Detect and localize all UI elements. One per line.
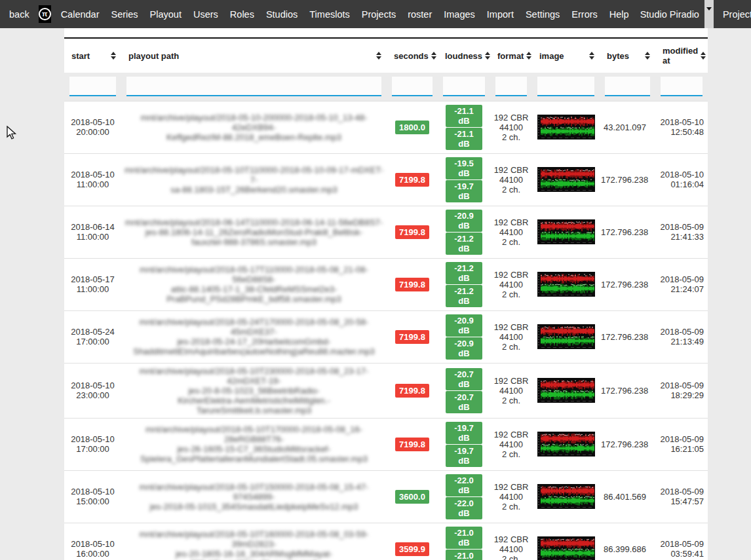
filter-input-seconds[interactable]	[392, 77, 433, 96]
loudness-badge: -22.0 dB	[446, 497, 482, 519]
waveform-image[interactable]	[537, 324, 595, 349]
nav-item-studios[interactable]: Studios	[260, 9, 303, 20]
filter-cell-modified-at	[655, 73, 708, 101]
waveform-svg	[537, 536, 595, 560]
chevron-down-icon[interactable]	[704, 0, 714, 28]
format-line: 44100	[491, 386, 531, 396]
column-label: modified at	[663, 46, 698, 65]
playout-path-line: mnt/archive/playout/2018-05-24T170000-20…	[123, 317, 385, 337]
cell-modified-at: 2018-05-0918:29:29	[655, 363, 708, 418]
loudness-badge: -20.9 dB	[446, 314, 482, 337]
loudness-badge: -21.2 dB	[446, 262, 482, 284]
cell-start: 2018-05-1020:00:00	[64, 101, 121, 153]
studio-select[interactable]: Studio Piradio	[635, 0, 714, 28]
sort-icon	[701, 52, 706, 60]
start-time: 11:00:00	[66, 179, 120, 189]
nav-item-calendar[interactable]: Calendar	[55, 9, 106, 20]
modified-date: 2018-05-10	[657, 117, 704, 127]
playout-path-redacted: mnt/archive/playout/2018-05-10T110000-20…	[123, 165, 385, 195]
format-line: 192 CBR	[491, 165, 531, 175]
modified-time: 21:13:49	[657, 337, 704, 346]
format-line: 44100	[491, 227, 531, 237]
waveform-image[interactable]	[537, 378, 595, 403]
playout-path-line: jes-88.1806-14-11_26ZeroRadioMonStud-Pra…	[123, 227, 385, 237]
waveform-image[interactable]	[537, 432, 595, 457]
format-line: 192 CBR	[491, 376, 531, 386]
cell-playout-path: mnt/archive/playout/2018-05-24T170000-20…	[121, 310, 387, 363]
nav-item-series[interactable]: Series	[105, 9, 144, 20]
waveform-image[interactable]	[537, 167, 595, 192]
format-line: 44100	[491, 280, 531, 289]
loudness-badge: -19.7 dB	[446, 180, 482, 202]
start-date: 2018-05-10	[66, 170, 120, 179]
format-line: 2 ch.	[491, 554, 531, 560]
playout-path-line: jes-20-1805-16-16_304ARMsgMMMayat-988utt…	[123, 549, 385, 560]
nav-item-back[interactable]: back	[9, 9, 35, 20]
waveform-image[interactable]	[537, 536, 595, 560]
modified-time: 03:59:41	[657, 549, 704, 559]
cell-seconds: 7199.8	[387, 363, 438, 418]
column-header-start[interactable]: start	[64, 38, 121, 73]
nav-item-images[interactable]: Images	[438, 9, 481, 20]
cell-seconds: 7199.8	[387, 153, 438, 206]
filter-input-image[interactable]	[537, 77, 594, 96]
nav-item-playout[interactable]: Playout	[144, 9, 187, 20]
column-header-image[interactable]: image	[532, 38, 600, 73]
format-line: 2 ch.	[491, 396, 531, 405]
column-header-format[interactable]: format	[490, 38, 532, 73]
bytes-value: 43.201.097	[601, 122, 646, 132]
filter-input-playout-path[interactable]	[126, 77, 381, 96]
nav-item-settings[interactable]: Settings	[520, 9, 566, 20]
loudness-badge: -19.5 dB	[446, 157, 482, 179]
filter-input-bytes[interactable]	[605, 77, 650, 96]
nav-item-users[interactable]: Users	[187, 9, 224, 20]
cell-seconds: 7199.8	[387, 310, 438, 363]
modified-time: 15:47:57	[657, 496, 704, 506]
column-header-bytes[interactable]: bytes	[600, 38, 655, 73]
pi-glyph: π	[39, 8, 51, 20]
sort-icon	[589, 52, 594, 60]
cell-format: 192 CBR441002 ch.	[490, 310, 532, 363]
column-header-seconds[interactable]: seconds	[387, 38, 438, 73]
piradio-logo-icon[interactable]: π	[39, 5, 51, 23]
modified-time: 16:21:05	[657, 444, 704, 454]
filter-input-start[interactable]	[69, 77, 116, 96]
filter-input-modified-at[interactable]	[661, 77, 703, 96]
waveform-image[interactable]	[537, 484, 595, 509]
cell-start: 2018-05-1016:00:00	[64, 523, 121, 560]
nav-item-roles[interactable]: Roles	[224, 9, 260, 20]
waveform-image[interactable]	[537, 115, 595, 140]
nav-item-import[interactable]: Import	[481, 9, 520, 20]
table-header-row: startplayout pathsecondsloudnessformatim…	[64, 38, 708, 73]
column-label: start	[71, 51, 90, 61]
format-line: 44100	[491, 332, 531, 342]
cell-format: 192 CBR441002 ch.	[490, 206, 532, 258]
cell-seconds: 3599.9	[387, 523, 438, 560]
nav-item-roster[interactable]: roster	[402, 9, 438, 20]
cell-modified-at: 2018-05-0921:13:49	[655, 310, 708, 363]
playout-path-line: sa-88.1803-15T_26Berkend20.smaster.mp3	[123, 185, 385, 195]
loudness-badge: -21.2 dB	[446, 233, 482, 255]
cell-playout-path: mnt/archive/playout/2018-05-17T110000-20…	[121, 258, 387, 310]
bytes-value: 172.796.238	[601, 175, 646, 185]
playout-path-redacted: mnt/archive/playout/2018-05-17T110000-20…	[123, 265, 385, 304]
nav-item-projects[interactable]: Projects	[356, 9, 402, 20]
sort-icon	[111, 52, 116, 60]
loudness-badge: -19.7 dB	[446, 445, 482, 467]
column-header-loudness[interactable]: loudness	[438, 38, 490, 73]
waveform-image[interactable]	[537, 272, 595, 297]
waveform-image[interactable]	[537, 219, 595, 244]
nav-item-timeslots[interactable]: Timeslots	[303, 9, 356, 20]
column-label: playout path	[128, 51, 179, 61]
mouse-cursor	[7, 126, 18, 140]
column-header-playout-path[interactable]: playout path	[121, 38, 387, 73]
nav-item-errors[interactable]: Errors	[566, 9, 603, 20]
project-select[interactable]: Project 88vier	[718, 0, 751, 28]
filter-input-loudness[interactable]	[443, 77, 485, 96]
column-header-modified-at[interactable]: modified at	[655, 38, 708, 73]
nav-item-help[interactable]: Help	[604, 9, 635, 20]
filter-input-format[interactable]	[495, 77, 527, 96]
table-filter-row	[64, 73, 708, 101]
playout-path-redacted: mnt/archive/playout/2018-05-10T160000-20…	[123, 529, 385, 560]
seconds-badge: 1800.0	[395, 121, 429, 134]
